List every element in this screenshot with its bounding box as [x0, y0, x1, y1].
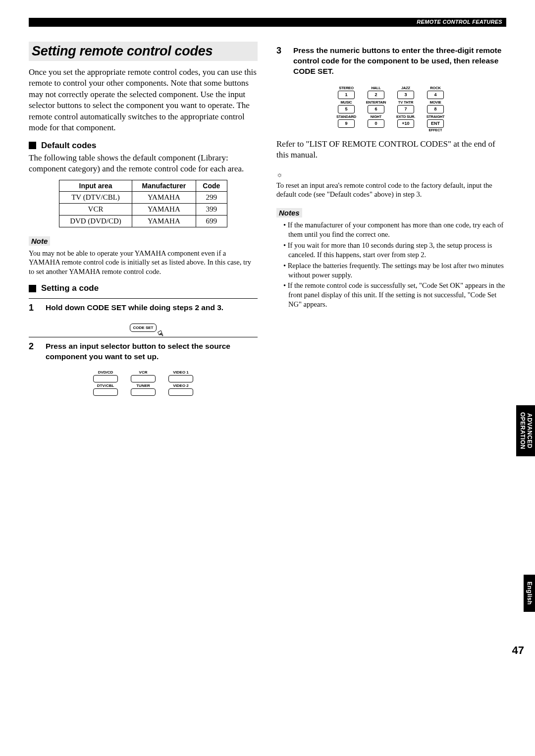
- key-button: 5: [338, 105, 355, 113]
- codeset-button: CODE SET ☟: [130, 324, 157, 332]
- notes-list: If the manufacturer of your component ha…: [276, 220, 505, 309]
- tip-icon: ☼: [276, 171, 283, 179]
- default-codes-table: Input area Manufacturer Code TV (DTV/CBL…: [59, 180, 227, 227]
- section-title-box: Setting remote control codes: [29, 42, 258, 61]
- key-button: 3: [397, 91, 414, 99]
- col-manufacturer: Manufacturer: [132, 180, 196, 191]
- step-1: 1 Hold down CODE SET while doing steps 2…: [29, 303, 258, 313]
- page-number: 47: [512, 644, 524, 657]
- note-text: You may not be able to operate your YAMA…: [29, 249, 258, 277]
- left-column: Setting remote control codes Once you se…: [29, 42, 258, 396]
- table-row: DVD (DVD/CD) YAMAHA 699: [59, 215, 227, 227]
- input-selector-illustration: DVD/CD VCR VIDEO 1 DTV/CBL TUNER VIDEO 2: [29, 370, 258, 396]
- key-button: 8: [427, 105, 444, 113]
- step-2: 2 Press an input selector button to sele…: [29, 341, 258, 362]
- key-button: ENT: [427, 119, 444, 128]
- selector-button: [168, 388, 193, 396]
- col-code: Code: [196, 180, 227, 191]
- table-row: VCR YAMAHA 399: [59, 203, 227, 215]
- list-item: Replace the batteries frequently. The se…: [283, 261, 505, 280]
- refer-text: Refer to "LIST OF REMOTE CONTROL CODES" …: [276, 139, 505, 161]
- step-number: 1: [29, 303, 39, 313]
- key-button: 2: [368, 91, 384, 99]
- table-row: TV (DTV/CBL) YAMAHA 299: [59, 191, 227, 203]
- col-input-area: Input area: [59, 180, 132, 191]
- list-item: If you wait for more than 10 seconds dur…: [283, 241, 505, 260]
- list-item: If the remote control code is successful…: [283, 281, 505, 309]
- step-3: 3 Press the numeric buttons to enter the…: [276, 46, 505, 77]
- step-text: Press the numeric buttons to enter the t…: [293, 46, 505, 77]
- hand-icon: ☟: [157, 328, 165, 339]
- key-button: 4: [427, 91, 444, 99]
- default-codes-heading-text: Default codes: [41, 141, 96, 151]
- intro-paragraph: Once you set the appropriate remote cont…: [29, 67, 258, 134]
- step-number: 3: [276, 46, 286, 77]
- notes-label: Notes: [276, 208, 302, 217]
- selector-button: [131, 375, 156, 382]
- step-number: 2: [29, 341, 39, 362]
- numeric-keypad-illustration: STEREO1 HALL2 JAZZ3 ROCK4 MUSIC5 ENTERTA…: [276, 86, 505, 132]
- selector-button: [168, 375, 193, 382]
- note-label: Note: [29, 236, 50, 246]
- right-column: 3 Press the numeric buttons to enter the…: [276, 42, 505, 396]
- header-bar: REMOTE CONTROL FEATURES: [29, 18, 506, 27]
- key-button: 1: [338, 91, 355, 99]
- key-button: 6: [368, 105, 384, 113]
- side-tab-advanced-operation: ADVANCED OPERATION: [516, 405, 535, 456]
- default-codes-desc: The following table shows the default co…: [29, 153, 258, 175]
- side-tab-english: English: [524, 575, 535, 612]
- tip-text: To reset an input area's remote control …: [276, 181, 505, 200]
- step-text: Press an input selector button to select…: [46, 341, 258, 362]
- default-codes-heading: Default codes: [29, 141, 258, 151]
- selector-button: [93, 388, 118, 396]
- key-button: 7: [397, 105, 414, 113]
- step-text: Hold down CODE SET while doing steps 2 a…: [46, 303, 258, 313]
- key-button: 9: [338, 119, 355, 128]
- list-item: If the manufacturer of your component ha…: [283, 220, 505, 239]
- page-title: Setting remote control codes: [32, 44, 254, 59]
- selector-button: [131, 388, 156, 396]
- key-button: +10: [397, 119, 414, 128]
- breadcrumb: REMOTE CONTROL FEATURES: [417, 19, 502, 25]
- setting-code-heading: Setting a code: [29, 283, 258, 293]
- key-button: 0: [368, 119, 384, 128]
- codeset-illustration: CODE SET ☟: [29, 322, 258, 332]
- setting-code-heading-text: Setting a code: [41, 283, 99, 293]
- selector-button: [93, 375, 118, 382]
